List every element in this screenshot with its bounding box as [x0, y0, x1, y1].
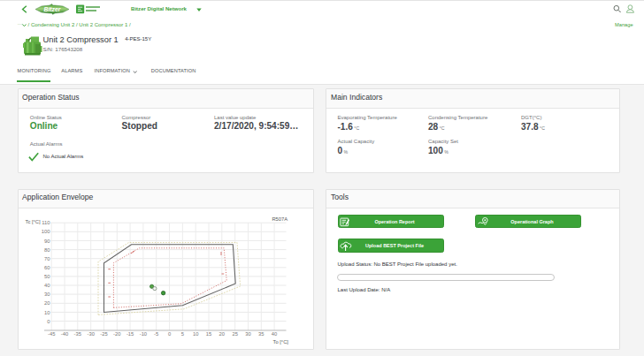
svg-text:Bitzer: Bitzer	[44, 6, 61, 12]
